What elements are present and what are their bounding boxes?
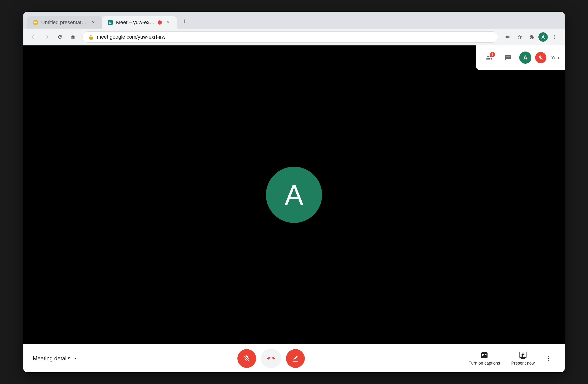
meet-controls: Meeting details xyxy=(23,344,565,372)
forward-button[interactable] xyxy=(41,31,52,43)
present-label: Present now xyxy=(511,361,535,366)
camera-icon[interactable] xyxy=(502,31,513,43)
toolbar-right: A xyxy=(502,31,560,43)
controls-right: Turn on captions Present now xyxy=(464,348,555,369)
tab-slides-close[interactable]: ✕ xyxy=(90,19,96,26)
svg-rect-1 xyxy=(34,22,37,23)
svg-text:M: M xyxy=(109,21,112,24)
tab-meet-close[interactable]: ✕ xyxy=(165,19,171,26)
tab-slides[interactable]: Untitled presentation - Google ✕ xyxy=(27,16,102,29)
captions-button[interactable]: Turn on captions xyxy=(464,348,505,369)
mute-status-button[interactable] xyxy=(535,52,546,63)
chrome-menu-button[interactable] xyxy=(549,31,560,43)
lock-icon: 🔒 xyxy=(88,34,94,40)
you-label: You xyxy=(551,55,559,60)
address-input[interactable]: 🔒 meet.google.com/yuw-exrf-irw xyxy=(82,31,498,43)
home-button[interactable] xyxy=(67,31,79,43)
present-button[interactable]: Present now xyxy=(507,348,539,369)
recording-dot xyxy=(158,20,162,24)
address-text: meet.google.com/yuw-exrf-irw xyxy=(97,34,165,40)
new-tab-button[interactable]: + xyxy=(179,15,190,27)
chrome-ui: Untitled presentation - Google ✕ M Meet … xyxy=(23,12,565,45)
address-bar: 🔒 meet.google.com/yuw-exrf-irw A xyxy=(23,29,565,45)
user-avatar-chrome[interactable]: A xyxy=(538,32,548,42)
user-avatar-meet[interactable]: A xyxy=(519,51,531,64)
meet-content: 1 A You A Meeting details xyxy=(23,45,565,372)
meeting-details-button[interactable]: Meeting details xyxy=(33,355,78,362)
captions-label: Turn on captions xyxy=(469,361,500,366)
tab-bar: Untitled presentation - Google ✕ M Meet … xyxy=(23,12,565,29)
tab-slides-title: Untitled presentation - Google xyxy=(41,20,87,25)
meet-panel-icons: 1 A You xyxy=(476,45,565,70)
camera-button[interactable] xyxy=(286,349,305,368)
back-button[interactable] xyxy=(28,31,39,43)
people-panel-button[interactable]: 1 xyxy=(482,50,497,65)
tab-meet[interactable]: M Meet – yuw-exrf-irw ✕ xyxy=(102,16,177,29)
more-options-button[interactable] xyxy=(541,351,555,365)
meet-favicon: M xyxy=(107,20,113,25)
video-area: A xyxy=(23,45,565,344)
user-video-tile: A xyxy=(266,167,322,223)
puzzle-icon[interactable] xyxy=(526,31,538,43)
mute-button[interactable] xyxy=(237,349,256,368)
participant-count-badge: 1 xyxy=(490,52,495,57)
star-icon[interactable] xyxy=(514,31,525,43)
user-avatar-large: A xyxy=(266,167,322,223)
reload-button[interactable] xyxy=(54,31,65,43)
meeting-details-label: Meeting details xyxy=(33,355,70,362)
slides-favicon xyxy=(33,20,38,25)
chat-panel-button[interactable] xyxy=(501,50,516,65)
browser-window: Untitled presentation - Google ✕ M Meet … xyxy=(23,12,565,372)
tab-meet-title: Meet – yuw-exrf-irw xyxy=(116,20,155,25)
controls-center xyxy=(78,349,464,368)
end-call-button[interactable] xyxy=(261,349,281,368)
